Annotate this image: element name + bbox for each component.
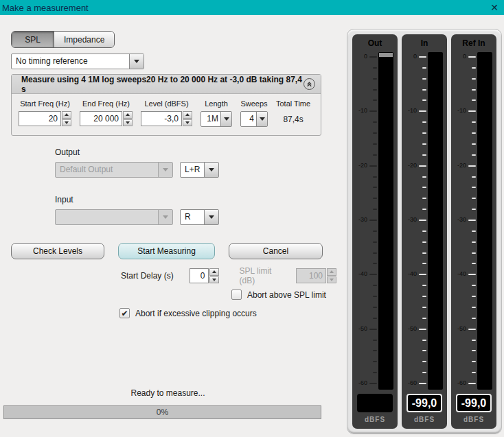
tick-label: -50 [358, 325, 367, 332]
tick-label: -20 [408, 162, 417, 169]
chevron-down-icon[interactable] [220, 112, 231, 126]
tick-label: -40 [358, 270, 367, 277]
abort-clipping-label: Abort if excessive clipping occurs [135, 309, 257, 318]
end-freq-spinner[interactable]: 20 000 [80, 111, 133, 126]
spin-up-icon[interactable] [183, 111, 192, 119]
cancel-button[interactable]: Cancel [229, 243, 323, 259]
tick-label: -60 [457, 379, 466, 386]
tick-label: -60 [358, 379, 367, 386]
level-marker [379, 53, 393, 57]
spin-up-icon[interactable] [62, 111, 71, 119]
output-channel-value: L+R [181, 163, 204, 177]
level-value[interactable]: -3,0 [141, 111, 182, 126]
level-field: Level (dBFS) -3,0 [141, 99, 192, 127]
status-message: Ready to measure... [0, 388, 336, 398]
start-freq-spinner[interactable]: 20 [19, 111, 71, 126]
meter-unit-label: dBFS [352, 416, 398, 423]
input-group: Input R [55, 195, 219, 225]
output-device-select: Default Output [55, 162, 173, 178]
input-label: Input [55, 195, 219, 204]
end-freq-value[interactable]: 20 000 [80, 111, 122, 126]
timing-reference-value: No timing reference [12, 54, 129, 69]
sweeps-field: Sweeps 4 [240, 99, 268, 127]
meter-readout: -99,0 [406, 394, 442, 412]
meter-scale: 0-10-20-30-40-50-60 [402, 49, 447, 392]
total-time-value: 87,4s [283, 111, 303, 124]
meter-bar [477, 52, 492, 390]
abort-spl-checkbox[interactable] [231, 290, 242, 300]
start-measuring-button[interactable]: Start Measuring [118, 243, 215, 259]
abort-spl-label: Abort above SPL limit [247, 290, 326, 300]
spl-limit-spinner: 100 [296, 268, 336, 283]
spin-down-icon[interactable] [209, 276, 219, 284]
length-field: Length 1M [201, 99, 232, 127]
spin-down-icon[interactable] [62, 119, 71, 127]
level-label: Level (dBFS) [144, 99, 188, 108]
tick-label: -40 [408, 270, 417, 277]
output-group: Output Default Output L+R [55, 147, 219, 178]
total-time-label: Total Time [276, 99, 310, 108]
meter-in: In0-10-20-30-40-50-60-99,0dBFS [402, 34, 447, 429]
meter-scale: 0-10-20-30-40-50-60 [352, 49, 398, 392]
measure-summary-text: Measure using 4 1M log sweeps20 Hz to 20… [21, 75, 303, 94]
total-time-field: Total Time 87,4s [276, 99, 310, 127]
close-icon[interactable]: ✕ [490, 3, 499, 12]
spl-limit-value: 100 [296, 268, 326, 283]
title-bar: Make a measurement ✕ [0, 0, 504, 15]
chevron-down-icon[interactable] [204, 163, 218, 177]
meter-title: In [402, 38, 447, 49]
output-channel-select[interactable]: L+R [180, 162, 219, 178]
tick-label: -10 [457, 107, 466, 114]
chevron-down-icon[interactable] [204, 210, 218, 224]
timing-reference-select[interactable]: No timing reference [11, 54, 144, 69]
spin-up-icon[interactable] [123, 111, 133, 119]
output-device-value: Default Output [56, 163, 158, 177]
end-freq-field: End Freq (Hz) 20 000 [80, 99, 133, 127]
chevron-down-icon[interactable] [129, 54, 144, 69]
chevron-down-icon[interactable] [256, 112, 267, 126]
abort-clipping-row: ✔ Abort if excessive clipping occurs [119, 308, 257, 318]
spin-down-icon[interactable] [183, 119, 192, 127]
meter-readout: -99,0 [456, 394, 492, 412]
collapse-panel-icon[interactable] [303, 78, 315, 90]
start-freq-label: Start Freq (Hz) [20, 99, 70, 108]
spin-up-icon[interactable] [209, 268, 219, 276]
spin-down-icon[interactable] [123, 119, 133, 127]
start-delay-spinner[interactable]: 0 [190, 268, 219, 283]
tick-label: 0 [364, 53, 367, 60]
meter-scale: 0-10-20-30-40-50-60 [451, 49, 496, 392]
input-device-select [55, 209, 173, 225]
sweeps-label: Sweeps [240, 99, 267, 108]
tick-label: -50 [408, 325, 417, 332]
input-channel-select[interactable]: R [180, 209, 219, 225]
progress-label: 0% [4, 406, 321, 418]
end-freq-label: End Freq (Hz) [82, 99, 130, 108]
length-label: Length [205, 99, 228, 108]
start-delay-label: Start Delay (s) [121, 271, 180, 281]
level-spinner[interactable]: -3,0 [141, 111, 192, 126]
abort-clipping-checkbox[interactable]: ✔ [119, 308, 130, 318]
length-select[interactable]: 1M [201, 111, 232, 127]
progress-bar: 0% [3, 405, 321, 419]
start-freq-value[interactable]: 20 [19, 111, 61, 126]
abort-spl-row: Abort above SPL limit [231, 290, 326, 300]
sweeps-value: 4 [241, 112, 256, 126]
tab-spl[interactable]: SPL [12, 32, 54, 47]
output-label: Output [55, 147, 219, 157]
tick-label: -40 [457, 270, 466, 277]
tick-label: -30 [408, 216, 417, 223]
action-buttons: Check Levels Start Measuring Cancel [11, 243, 323, 259]
input-device-value [56, 210, 158, 224]
tab-impedance[interactable]: Impedance [54, 32, 114, 47]
meter-title: Out [352, 38, 398, 49]
check-levels-button[interactable]: Check Levels [11, 243, 104, 259]
meter-bar [378, 52, 393, 390]
sweeps-select[interactable]: 4 [240, 111, 268, 127]
tick-label: -10 [358, 107, 367, 114]
start-delay-value[interactable]: 0 [190, 268, 209, 283]
chevron-down-icon [158, 210, 172, 224]
input-channel-value: R [181, 210, 204, 224]
measure-fields-row: Start Freq (Hz) 20 End Freq (Hz) 20 000 … [12, 94, 321, 135]
tick-label: -20 [358, 162, 367, 169]
level-meters-panel: Out0-10-20-30-40-50-60dBFSIn0-10-20-30-4… [347, 29, 502, 434]
